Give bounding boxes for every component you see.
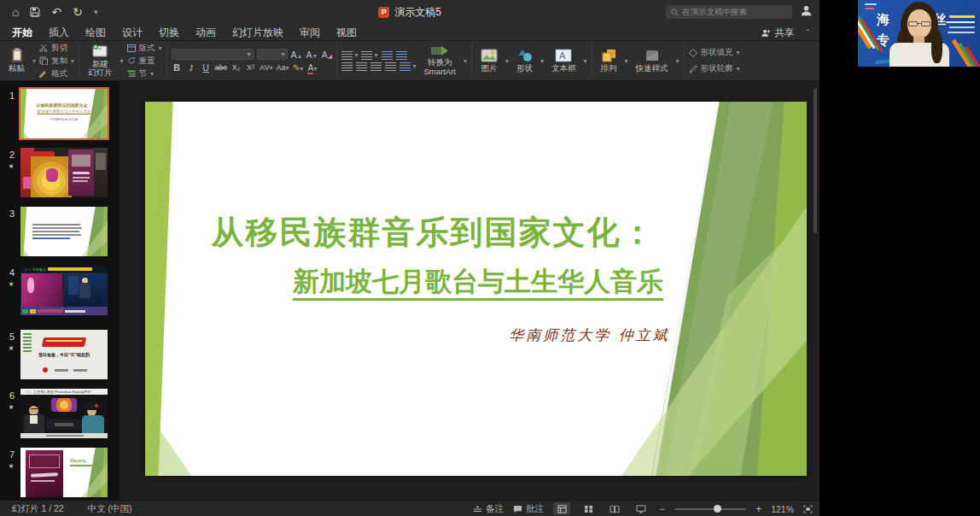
align-left-button[interactable] (341, 62, 353, 71)
section-button[interactable]: 节▾ (127, 68, 162, 79)
paste-button[interactable]: 粘贴 (4, 47, 29, 73)
layout-button[interactable]: 版式▾ (127, 43, 162, 54)
align-center-button[interactable] (356, 62, 367, 71)
slide-thumbnail-1[interactable]: 从移民族群音乐到国家文化： 新加坡七月歌台与土生华人音乐 华南师范大学 仲立斌 (20, 89, 108, 138)
tab-insert[interactable]: 插入 (49, 26, 69, 40)
slide-thumbnail-3[interactable] (20, 207, 108, 256)
shapes-caret-icon[interactable]: ▾ (540, 57, 544, 65)
character-spacing-button[interactable]: AV▾ (260, 63, 272, 72)
zoom-slider[interactable] (674, 508, 746, 510)
undo-icon[interactable]: ↶ (51, 5, 61, 19)
tab-animations[interactable]: 动画 (195, 26, 216, 40)
language-indicator[interactable]: 中文 (中国) (88, 503, 132, 515)
tab-review[interactable]: 审阅 (300, 26, 320, 40)
format-painter-button[interactable]: 格式 (39, 68, 74, 79)
picture-caret-icon[interactable]: ▾ (505, 57, 509, 65)
slide-sorter-view-button[interactable] (580, 502, 597, 515)
font-group: A▲ A▼ A◢ B I U abc X₂ X² AV▾ Aa▾ ✎▾ (167, 41, 337, 80)
slide-thumbnail-4[interactable]: （一）七月歌台 (20, 266, 108, 315)
slide-thumbnail-5[interactable]: 昔日金曲，今日“云”唱意韵 (20, 330, 108, 379)
comments-toggle[interactable]: 批注 (513, 503, 544, 515)
tab-design[interactable]: 设计 (122, 26, 143, 40)
bold-button[interactable]: B (172, 62, 183, 73)
shape-fill-button[interactable]: 形状填充▾ (689, 47, 740, 58)
slide-thumbnail-6[interactable]: （二）土生华人音乐 Peranakan Sayang节目 (20, 389, 108, 438)
change-case-button[interactable]: Aa▾ (276, 63, 289, 72)
tab-home[interactable]: 开始 (12, 26, 32, 40)
ribbon-tab-bar: 开始 插入 绘图 设计 切换 动画 幻灯片放映 审阅 视图 共享 ⌃ (0, 24, 820, 41)
underline-button[interactable]: U (201, 62, 212, 73)
arrange-caret-icon[interactable]: ▾ (625, 57, 628, 65)
superscript-button[interactable]: X² (245, 63, 256, 72)
decrease-indent-button[interactable] (382, 51, 393, 60)
copy-button[interactable]: 复制▾ (39, 56, 74, 67)
strikethrough-button[interactable]: abc (215, 63, 228, 72)
smartart-caret-icon[interactable]: ▾ (464, 57, 467, 65)
bullets-button[interactable]: ▾ (341, 51, 358, 60)
quick-access-caret-icon[interactable]: ▾ (94, 8, 98, 16)
zoom-level[interactable]: 121% (771, 504, 794, 514)
cut-button[interactable]: 剪切 (39, 43, 74, 54)
font-name-select[interactable] (172, 49, 254, 60)
clear-formatting-button[interactable]: A◢ (321, 50, 332, 60)
picture-button[interactable]: 图片 (476, 48, 502, 73)
webcam-overlay[interactable]: 海 上 丝 专 题 (858, 0, 980, 79)
new-slide-caret-icon[interactable]: ▾ (120, 57, 124, 65)
shape-outline-button[interactable]: 形状轮廓▾ (689, 63, 740, 74)
justify-button[interactable] (385, 62, 396, 71)
redo-icon[interactable]: ↻ (73, 5, 83, 19)
tab-slideshow[interactable]: 幻灯片放映 (232, 26, 283, 40)
font-size-select[interactable] (257, 49, 288, 60)
animation-star-icon: ★ (4, 344, 18, 352)
arrange-button[interactable]: 排列 (597, 48, 621, 73)
increase-indent-button[interactable] (396, 51, 407, 60)
numbering-button[interactable]: ▾ (361, 51, 377, 60)
tab-draw[interactable]: 绘图 (85, 26, 106, 40)
zoom-in-button[interactable]: + (755, 503, 761, 515)
reading-view-button[interactable] (606, 502, 623, 515)
slideshow-view-button[interactable] (633, 502, 650, 515)
convert-to-smartart-button[interactable]: 转换为SmartArt (419, 44, 459, 77)
share-button[interactable]: 共享 (761, 26, 794, 39)
search-input[interactable]: 在演示文稿中搜索 (666, 5, 792, 19)
quick-styles-button[interactable]: 快速样式 (632, 48, 673, 73)
slide-title-line2[interactable]: 新加坡七月歌台与土生华人音乐 (239, 264, 717, 300)
tab-view[interactable]: 视图 (336, 26, 357, 40)
notes-toggle[interactable]: 备注 (473, 503, 504, 515)
reset-button[interactable]: 重置 (127, 56, 162, 67)
editor-scrollbar[interactable] (814, 88, 817, 233)
slide-thumbnail-7[interactable]: Wayang (20, 448, 108, 497)
textbox-caret-icon[interactable]: ▾ (584, 57, 587, 65)
new-slide-button[interactable]: 新建幻灯片 (84, 44, 117, 79)
collapse-ribbon-icon[interactable]: ⌃ (804, 28, 811, 37)
slide-title-line1[interactable]: 从移民族群音乐到国家文化： (179, 211, 687, 255)
decrease-font-button[interactable]: A▼ (306, 50, 318, 60)
smartart-icon (430, 45, 449, 56)
zoom-out-button[interactable]: − (659, 503, 665, 515)
insert-group: 图片 ▾ 形状 ▾ A 文本框 ▾ (472, 41, 592, 80)
home-icon[interactable]: ⌂ (12, 5, 19, 19)
paste-caret-icon[interactable]: ▾ (32, 57, 36, 65)
slide-canvas[interactable]: 从移民族群音乐到国家文化： 新加坡七月歌台与土生华人音乐 华南师范大学 仲立斌 (145, 102, 807, 476)
italic-button[interactable]: I (186, 63, 197, 73)
subscript-button[interactable]: X₂ (230, 63, 242, 72)
thumbnail-item-6: 6 ★ （二）土生华人音乐 Peranakan Sayang节目 (0, 389, 120, 439)
tab-transitions[interactable]: 切换 (159, 26, 179, 40)
slide-number: 4 (5, 267, 19, 278)
line-spacing-button[interactable]: ▾ (400, 62, 416, 71)
font-color-button[interactable]: A▾ (306, 62, 318, 73)
quick-styles-caret-icon[interactable]: ▾ (676, 57, 680, 65)
normal-view-button[interactable] (553, 502, 570, 515)
textbox-button[interactable]: A 文本框 (547, 48, 580, 73)
glasses-icon (921, 21, 930, 26)
shapes-button[interactable]: 形状 (512, 48, 537, 73)
align-right-button[interactable] (370, 62, 382, 71)
fit-to-window-button[interactable] (803, 505, 813, 513)
increase-font-button[interactable]: A▲ (291, 50, 303, 60)
highlight-button[interactable]: ✎▾ (292, 62, 303, 73)
slide-author-text[interactable]: 华南师范大学 仲立斌 (509, 325, 773, 345)
slide-thumbnail-2[interactable] (20, 148, 108, 197)
account-icon[interactable] (800, 4, 813, 17)
save-icon[interactable] (30, 7, 40, 17)
zoom-slider-thumb[interactable] (714, 505, 721, 513)
